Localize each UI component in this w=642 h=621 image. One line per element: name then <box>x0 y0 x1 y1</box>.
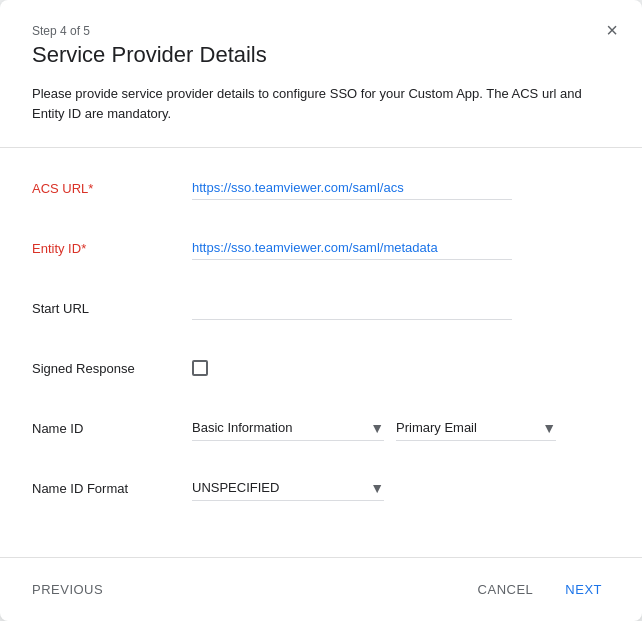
name-id-dropdown1-arrow: ▼ <box>370 420 384 436</box>
acs-url-input[interactable] <box>192 176 512 200</box>
name-id-format-label: Name ID Format <box>32 481 192 496</box>
name-id-dropdown1-label: Basic Information <box>192 420 370 435</box>
cancel-button[interactable]: CANCEL <box>470 574 542 605</box>
entity-id-row: Entity ID* <box>32 228 610 268</box>
name-id-format-value: UNSPECIFIED <box>192 480 370 495</box>
name-id-dropdown1[interactable]: Basic Information ▼ <box>192 416 384 441</box>
close-button[interactable]: × <box>602 16 622 44</box>
acs-url-label: ACS URL* <box>32 181 192 196</box>
signed-response-label: Signed Response <box>32 361 192 376</box>
dialog-title: Service Provider Details <box>32 42 610 68</box>
service-provider-dialog: Step 4 of 5 Service Provider Details × P… <box>0 0 642 621</box>
name-id-dropdown2-arrow: ▼ <box>542 420 556 436</box>
signed-response-checkbox[interactable] <box>192 360 208 376</box>
next-button[interactable]: NEXT <box>557 574 610 605</box>
entity-id-input[interactable] <box>192 236 512 260</box>
step-label: Step 4 of 5 <box>32 24 610 38</box>
start-url-row: Start URL <box>32 288 610 328</box>
start-url-label: Start URL <box>32 301 192 316</box>
name-id-dropdowns: Basic Information ▼ Primary Email ▼ <box>192 416 610 441</box>
name-id-format-row: Name ID Format UNSPECIFIED ▼ <box>32 468 610 508</box>
start-url-input[interactable] <box>192 296 512 320</box>
form-body: ACS URL* Entity ID* Start URL Signed Res… <box>0 148 642 557</box>
name-id-format-dropdown[interactable]: UNSPECIFIED ▼ <box>192 476 384 501</box>
name-id-label: Name ID <box>32 421 192 436</box>
dialog-header: Step 4 of 5 Service Provider Details <box>0 0 642 84</box>
previous-button[interactable]: PREVIOUS <box>32 574 103 605</box>
dialog-description: Please provide service provider details … <box>0 84 642 123</box>
acs-url-row: ACS URL* <box>32 168 610 208</box>
signed-response-row: Signed Response <box>32 348 610 388</box>
signed-response-checkbox-wrapper <box>192 360 208 376</box>
entity-id-label: Entity ID* <box>32 241 192 256</box>
name-id-row: Name ID Basic Information ▼ Primary Emai… <box>32 408 610 448</box>
footer-right: CANCEL NEXT <box>470 574 610 605</box>
name-id-dropdown2[interactable]: Primary Email ▼ <box>396 416 556 441</box>
name-id-dropdown2-label: Primary Email <box>396 420 542 435</box>
name-id-format-arrow: ▼ <box>370 480 384 496</box>
dialog-footer: PREVIOUS CANCEL NEXT <box>0 557 642 621</box>
